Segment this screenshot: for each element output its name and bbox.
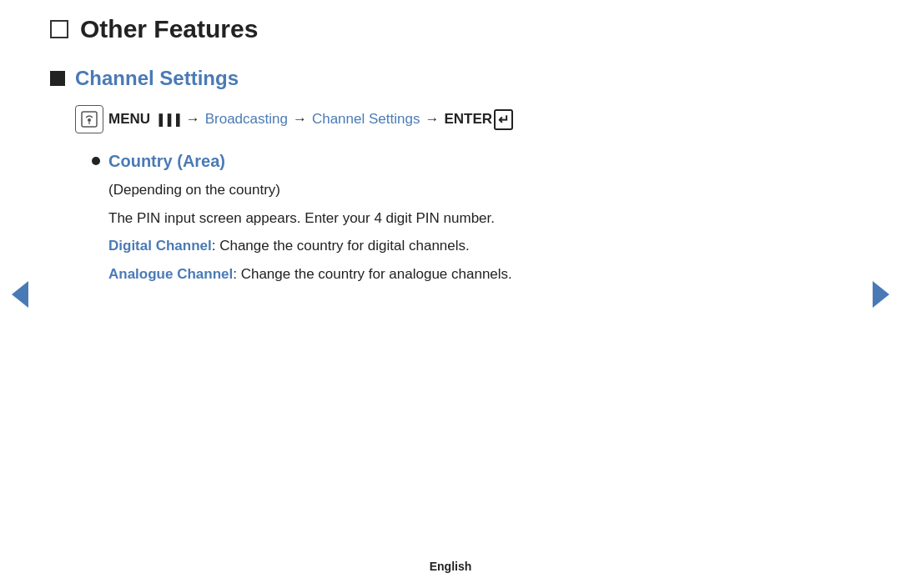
digital-channel-text: Digital Channel: Change the country for … <box>108 235 851 257</box>
arrow2: → <box>293 111 307 128</box>
checkbox-icon <box>50 20 68 38</box>
menu-remote-icon <box>75 105 103 133</box>
analogue-channel-label: Analogue Channel <box>108 266 233 282</box>
digital-channel-label: Digital Channel <box>108 238 212 254</box>
bullet-section: Country (Area) (Depending on the country… <box>92 152 851 284</box>
svg-point-1 <box>88 118 91 122</box>
note-text: (Depending on the country) <box>108 179 851 201</box>
footer: English <box>0 560 901 573</box>
path-broadcasting: Broadcasting <box>205 111 288 128</box>
section-square-icon <box>50 71 65 86</box>
nav-arrow-right[interactable] <box>873 281 889 308</box>
description-text: The PIN input screen appears. Enter your… <box>108 208 851 229</box>
digital-channel-suffix: : Change the country for digital channel… <box>212 238 470 254</box>
arrow3: → <box>425 111 439 128</box>
bullet-dot-icon <box>92 157 100 165</box>
bullet-row: Country (Area) <box>92 152 851 171</box>
menu-label: MENU <box>108 111 150 128</box>
main-content: Other Features Channel Settings MENU ▐▐▐… <box>0 0 901 284</box>
enter-label: ENTER↵ <box>444 109 513 130</box>
section-row: Channel Settings <box>50 67 851 90</box>
language-label: English <box>430 560 472 573</box>
bullet-title: Country (Area) <box>108 152 225 171</box>
analogue-channel-suffix: : Change the country for analogue channe… <box>233 266 512 282</box>
enter-box-icon: ↵ <box>494 109 513 130</box>
analogue-channel-text: Analogue Channel: Change the country for… <box>108 264 851 285</box>
page-title-row: Other Features <box>50 15 851 43</box>
sub-text-block: (Depending on the country) The PIN input… <box>108 179 851 284</box>
arrow1: → <box>186 111 200 128</box>
section-title: Channel Settings <box>75 67 239 90</box>
menu-path-row: MENU ▐▐▐ → Broadcasting → Channel Settin… <box>75 105 851 133</box>
path-channel-settings: Channel Settings <box>312 111 420 128</box>
nav-arrow-left[interactable] <box>12 281 28 308</box>
page-title: Other Features <box>80 15 258 43</box>
menu-bars: ▐▐▐ <box>155 113 181 126</box>
